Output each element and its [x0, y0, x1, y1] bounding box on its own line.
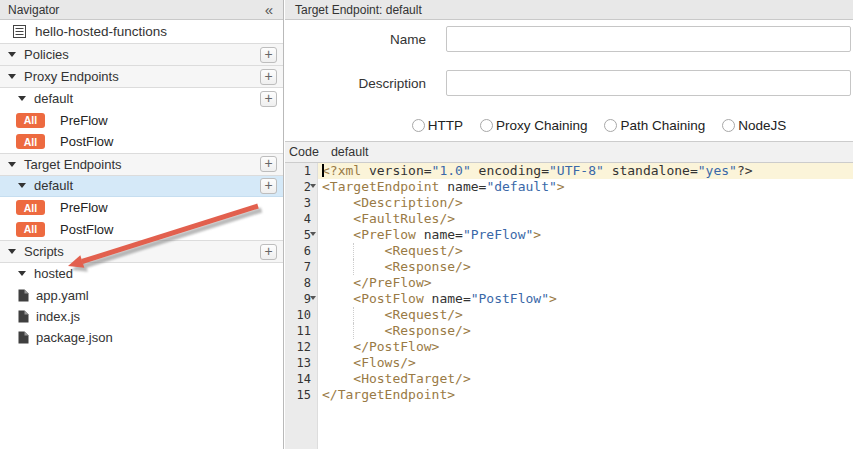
file-icon	[18, 310, 29, 323]
tree-section-scripts[interactable]: Scripts+	[0, 240, 283, 263]
code-editor[interactable]: 123456789101112131415 <?xml version="1.0…	[285, 163, 853, 449]
flow-label: PreFlow	[60, 200, 108, 215]
code-line[interactable]: <Response/>	[318, 259, 853, 275]
line-number: 9	[285, 291, 317, 307]
radio-label: Path Chaining	[620, 118, 705, 133]
tree-flow-preflow[interactable]: AllPreFlow	[0, 197, 283, 219]
tree-flow-postflow[interactable]: AllPostFlow	[0, 219, 283, 241]
tree-node-default[interactable]: default+	[0, 176, 283, 198]
line-number: 2	[285, 179, 317, 195]
radio-label: HTTP	[428, 118, 463, 133]
file-label: index.js	[36, 309, 80, 324]
radio-circle-icon[interactable]	[722, 119, 735, 132]
code-line[interactable]: <TargetEndpoint name="default">	[318, 179, 853, 195]
tree-file-package.json[interactable]: package.json	[0, 327, 283, 348]
flow-label: PostFlow	[60, 134, 113, 149]
tree-flow-preflow[interactable]: AllPreFlow	[0, 110, 283, 132]
add-button[interactable]: +	[260, 69, 277, 85]
code-line[interactable]: <HostedTarget/>	[318, 371, 853, 387]
radio-circle-icon[interactable]	[412, 119, 425, 132]
line-number: 14	[285, 371, 317, 387]
description-label: Description	[285, 76, 426, 91]
chevron-down-icon[interactable]	[8, 162, 16, 167]
name-label: Name	[285, 32, 426, 47]
radio-circle-icon[interactable]	[480, 119, 493, 132]
chevron-down-icon[interactable]	[18, 183, 26, 188]
endpoint-form: Name Description HTTPProxy ChainingPath …	[285, 20, 853, 141]
code-line[interactable]: <FaultRules/>	[318, 211, 853, 227]
add-button[interactable]: +	[260, 244, 277, 260]
code-tab-label: Code	[289, 145, 319, 159]
file-label: package.json	[36, 330, 113, 345]
radio-proxy-chaining[interactable]: Proxy Chaining	[480, 118, 588, 133]
line-number: 7	[285, 259, 317, 275]
tree-section-label: Policies	[24, 47, 69, 62]
tree-node-label: default	[34, 91, 73, 106]
code-line[interactable]: <?xml version="1.0" encoding="UTF-8" sta…	[318, 163, 853, 179]
navigator-panel: Navigator « hello-hosted-functionsPolici…	[0, 0, 284, 449]
chevron-down-icon[interactable]	[18, 271, 26, 276]
code-line[interactable]: <Flows/>	[318, 355, 853, 371]
collapse-panel-icon[interactable]: «	[265, 1, 273, 18]
code-line[interactable]: <Description/>	[318, 195, 853, 211]
radio-http[interactable]: HTTP	[412, 118, 463, 133]
description-input[interactable]	[446, 70, 851, 96]
add-button[interactable]: +	[260, 91, 277, 107]
add-button[interactable]: +	[260, 178, 277, 194]
code-line[interactable]: </PostFlow>	[318, 339, 853, 355]
all-badge: All	[16, 113, 45, 128]
flow-label: PreFlow	[60, 113, 108, 128]
text-cursor	[322, 164, 324, 177]
line-number: 5	[285, 227, 317, 243]
tree-file-index.js[interactable]: index.js	[0, 306, 283, 327]
line-number-gutter: 123456789101112131415	[285, 163, 318, 449]
code-file-label: default	[331, 145, 369, 159]
radio-label: NodeJS	[738, 118, 786, 133]
chevron-down-icon[interactable]	[8, 74, 16, 79]
code-line[interactable]: </TargetEndpoint>	[318, 387, 853, 403]
code-header: Code default	[285, 141, 853, 163]
code-line[interactable]: </PreFlow>	[318, 275, 853, 291]
chevron-down-icon[interactable]	[18, 96, 26, 101]
code-line[interactable]: <PreFlow name="PreFlow">	[318, 227, 853, 243]
radio-label: Proxy Chaining	[496, 118, 588, 133]
line-number: 1	[285, 163, 317, 179]
fold-toggle-icon[interactable]	[310, 184, 316, 188]
tree-section-label: Proxy Endpoints	[24, 69, 119, 84]
code-line[interactable]: <Request/>	[318, 307, 853, 323]
all-badge: All	[16, 200, 45, 215]
tree-flow-postflow[interactable]: AllPostFlow	[0, 131, 283, 153]
all-badge: All	[16, 222, 45, 237]
file-label: app.yaml	[36, 288, 89, 303]
tree-node-label: hosted	[34, 266, 73, 281]
tree-item-hello-hosted-functions[interactable]: hello-hosted-functions	[0, 20, 283, 43]
tree-node-hosted[interactable]: hosted	[0, 263, 283, 285]
line-number: 11	[285, 323, 317, 339]
line-number: 15	[285, 387, 317, 403]
detail-header: Target Endpoint: default	[285, 0, 853, 20]
chevron-down-icon[interactable]	[8, 249, 16, 254]
fold-toggle-icon[interactable]	[310, 296, 316, 300]
code-line[interactable]: <Request/>	[318, 243, 853, 259]
file-icon	[18, 289, 29, 302]
navigator-header: Navigator «	[0, 0, 283, 20]
radio-nodejs[interactable]: NodeJS	[722, 118, 786, 133]
code-content[interactable]: <?xml version="1.0" encoding="UTF-8" sta…	[318, 163, 853, 449]
tree-node-default[interactable]: default+	[0, 88, 283, 110]
tree-section-policies[interactable]: Policies+	[0, 43, 283, 66]
tree-section-proxy-endpoints[interactable]: Proxy Endpoints+	[0, 65, 283, 88]
add-button[interactable]: +	[260, 47, 277, 63]
tree-file-app.yaml[interactable]: app.yaml	[0, 285, 283, 306]
code-line[interactable]: <PostFlow name="PostFlow">	[318, 291, 853, 307]
fold-toggle-icon[interactable]	[310, 232, 316, 236]
endpoint-type-radios: HTTPProxy ChainingPath ChainingNodeJS	[315, 118, 853, 133]
line-number: 13	[285, 355, 317, 371]
radio-path-chaining[interactable]: Path Chaining	[604, 118, 705, 133]
add-button[interactable]: +	[260, 156, 277, 172]
chevron-down-icon[interactable]	[8, 52, 16, 57]
detail-header-title: Target Endpoint: default	[295, 3, 422, 17]
code-line[interactable]: <Response/>	[318, 323, 853, 339]
radio-circle-icon[interactable]	[604, 119, 617, 132]
tree-section-target-endpoints[interactable]: Target Endpoints+	[0, 153, 283, 176]
name-input[interactable]	[446, 26, 851, 52]
